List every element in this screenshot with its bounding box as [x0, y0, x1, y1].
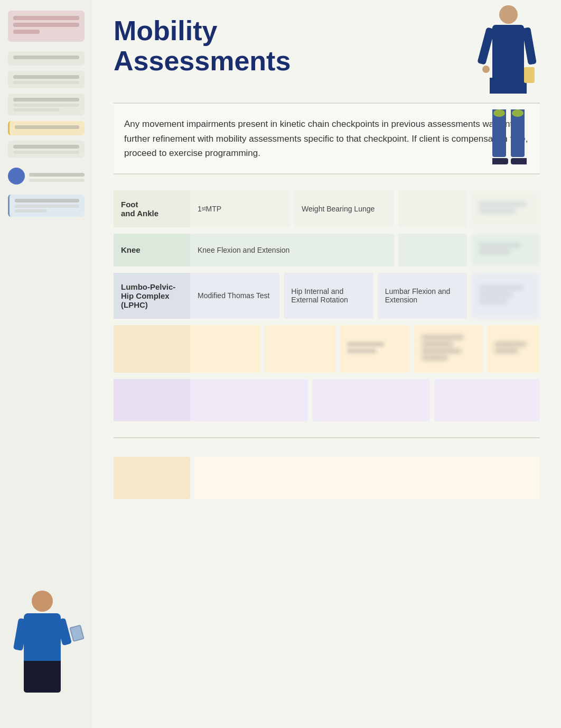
row-content-lphc: Modified Thomas Test Hip Internal and Ex…: [190, 273, 540, 319]
row-content-knee: Knee Flexion and Extension: [190, 234, 540, 266]
sidebar-item-3[interactable]: [8, 94, 85, 116]
sidebar-item-5[interactable]: [8, 141, 85, 158]
cell-knee-blurred: [471, 234, 540, 266]
sidebar-line: [13, 23, 79, 27]
cell-foot-1[interactable]: 1st MTP: [190, 190, 290, 227]
row-content-orange: [190, 325, 540, 373]
cell-knee-1[interactable]: Knee Flexion and Extension: [190, 234, 394, 266]
cell-foot-3: [398, 190, 467, 227]
sidebar-sub-label: [13, 108, 60, 112]
cell-foot-2[interactable]: Weight Bearing Lunge: [294, 190, 394, 227]
figure-foot-right: [511, 158, 527, 164]
assessment-table: Footand Ankle 1st MTP Weight Bearing Lun…: [114, 190, 540, 421]
figure-knee-pad-right: [512, 109, 523, 117]
sidebar-item-6[interactable]: [8, 195, 85, 217]
person-body: [24, 613, 61, 661]
row-content-purple: [190, 379, 540, 421]
bottom-cell-label: [114, 457, 190, 499]
figure-item: [524, 67, 535, 83]
row-label-lphc: Lumbo-Pelvic-Hip Complex(LPHC): [114, 273, 190, 319]
figure-leg-left: [492, 109, 506, 157]
cell-orange-3: [340, 325, 410, 373]
title-line2: Assessments: [114, 45, 291, 76]
cell-lphc-2[interactable]: Hip Internal and External Rotation: [284, 273, 373, 319]
table-row-knee: Knee Knee Flexion and Extension: [114, 234, 540, 266]
main-content: Mobility Assessments Any movement impair…: [98, 0, 561, 531]
figure-knee-pad-left: [493, 109, 505, 117]
sidebar-item-4[interactable]: [8, 121, 85, 135]
figure-foot-left: [492, 158, 508, 164]
row-label-knee: Knee: [114, 234, 190, 266]
sidebar-top-block[interactable]: [8, 11, 85, 42]
figure-arm-left: [477, 27, 495, 65]
person-arm-left: [13, 618, 28, 651]
sidebar-label: [13, 145, 79, 149]
sidebar-line: [13, 16, 79, 20]
cell-orange-2: [265, 325, 335, 373]
header-area: Mobility Assessments: [114, 16, 540, 97]
person-arm-right: [56, 618, 72, 646]
cell-purple-2: [312, 379, 430, 421]
sidebar-label: [13, 98, 79, 102]
sidebar-item-2[interactable]: [8, 71, 85, 88]
bottom-section: [114, 437, 540, 499]
row-label-purple: [114, 379, 190, 421]
cell-orange-5: [487, 325, 540, 373]
cell-purple-3: [434, 379, 540, 421]
cell-orange-4: [414, 325, 483, 373]
figure-arm-right: [522, 27, 537, 65]
trainer-figure: [5, 591, 79, 696]
cell-foot-4: [471, 190, 540, 227]
sidebar-sub-label: [15, 209, 47, 213]
bottom-row: [114, 457, 540, 499]
sidebar-label: [15, 125, 79, 129]
sidebar-line: [13, 30, 40, 34]
figure-head: [499, 5, 518, 24]
sidebar-sub-label: [15, 205, 79, 208]
table-row-lphc: Lumbo-Pelvic-Hip Complex(LPHC) Modified …: [114, 273, 540, 319]
row-content-foot: 1st MTP Weight Bearing Lunge: [190, 190, 540, 227]
sidebar-label: [13, 75, 79, 79]
sidebar-label: [15, 199, 79, 202]
sidebar-sub-label: [13, 151, 79, 154]
row-label-foot: Footand Ankle: [114, 190, 190, 227]
person-tablet: [69, 624, 84, 642]
sidebar-label: [13, 56, 79, 59]
figure-body: [492, 25, 524, 78]
cell-orange-1: [190, 325, 260, 373]
person-head: [32, 591, 53, 612]
sidebar-item-1[interactable]: [8, 51, 85, 66]
bottom-cell-content-1: [194, 457, 540, 499]
cell-knee-empty: [398, 234, 467, 266]
table-row-foot: Footand Ankle 1st MTP Weight Bearing Lun…: [114, 190, 540, 227]
standing-figure: [466, 5, 550, 174]
row-label-orange: [114, 325, 190, 373]
cell-purple-1: [190, 379, 308, 421]
cell-lphc-3[interactable]: Lumbar Flexion and Extension: [378, 273, 467, 319]
sidebar-circle-icon: [8, 168, 25, 185]
sidebar-sub-label: [13, 81, 79, 84]
cell-lphc-4: [471, 273, 540, 319]
sidebar-sub-label: [13, 104, 79, 107]
sidebar: [0, 0, 92, 728]
figure-arms: [482, 27, 535, 83]
table-row-orange: [114, 325, 540, 373]
figure-leg-right: [511, 109, 525, 157]
figure-legs: [492, 94, 524, 164]
table-row-purple: [114, 379, 540, 421]
figure-hand-left: [482, 66, 490, 73]
cell-lphc-1[interactable]: Modified Thomas Test: [190, 273, 279, 319]
title-line1: Mobility: [114, 15, 217, 46]
sidebar-sub-label: [29, 179, 85, 182]
sidebar-label: [29, 173, 85, 177]
person-legs: [24, 661, 61, 693]
